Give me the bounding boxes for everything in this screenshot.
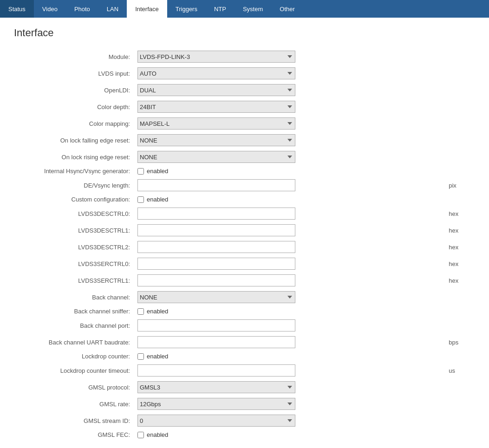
custom-config-checkbox[interactable] (137, 196, 144, 203)
back-channel-uart-input[interactable]: 115200 (137, 336, 295, 348)
back-channel-sniffer-checkbox-label[interactable]: enabled (137, 308, 443, 315)
back-channel-uart-row: Back channel UART baudrate: 115200 bps (14, 334, 475, 351)
module-control: LVDS-FPD-LINK-3 (135, 48, 446, 65)
openldi-row: OpenLDI: DUAL (14, 82, 475, 98)
back-channel-port-label: Back channel port: (14, 317, 135, 334)
hsync-generator-enabled-text: enabled (147, 168, 168, 175)
gmsl-protocol-label: GMSL protocol: (14, 379, 135, 396)
gmsl-stream-id-select[interactable]: 0 (137, 415, 295, 427)
module-label: Module: (14, 48, 135, 65)
nav-triggers[interactable]: Triggers (167, 0, 206, 18)
back-channel-label: Back channel: (14, 289, 135, 305)
lvds-input-label: LVDS input: (14, 65, 135, 82)
gmsl-fec-label: GMSL FEC: (14, 429, 135, 441)
lock-falling-label: On lock falling edge reset: (14, 132, 135, 149)
lvds3serctrl1-input[interactable]: 0x00000000 (137, 274, 295, 286)
color-mapping-row: Color mapping: MAPSEL-L (14, 115, 475, 132)
gmsl-rate-select[interactable]: 12Gbps (137, 398, 295, 410)
color-depth-row: Color depth: 24BIT (14, 98, 475, 115)
lock-rising-row: On lock rising edge reset: NONE (14, 149, 475, 165)
lvds3serctrl0-unit: hex (446, 255, 475, 272)
custom-config-row: Custom configuration: enabled (14, 194, 475, 205)
lock-falling-select[interactable]: NONE (137, 134, 295, 146)
back-channel-port-input[interactable]: 51000 (137, 319, 295, 331)
lvds3desctrl1-input[interactable]: 0x00000000 (137, 224, 295, 236)
nav-lan[interactable]: LAN (98, 0, 127, 18)
lockdrop-timeout-label: Lockdrop counter timeout: (14, 362, 135, 379)
gmsl-protocol-select[interactable]: GMSL3 (137, 381, 295, 393)
custom-config-label: Custom configuration: (14, 194, 135, 205)
lvds3serctrl1-row: LVDS3SERCTRL1: 0x00000000 hex (14, 272, 475, 289)
nav-status[interactable]: Status (0, 0, 34, 18)
lvds3desctrl0-unit: hex (446, 205, 475, 222)
lvds-input-row: LVDS input: AUTO (14, 65, 475, 82)
lock-falling-row: On lock falling edge reset: NONE (14, 132, 475, 149)
de-vsync-label: DE/Vsync length: (14, 177, 135, 194)
back-channel-uart-unit: bps (446, 334, 475, 351)
hsync-generator-checkbox[interactable] (137, 168, 144, 175)
lock-rising-label: On lock rising edge reset: (14, 149, 135, 165)
back-channel-sniffer-checkbox[interactable] (137, 308, 144, 315)
lockdrop-counter-row: Lockdrop counter: enabled (14, 351, 475, 362)
gmsl-rate-row: GMSL rate: 12Gbps (14, 396, 475, 412)
de-vsync-unit: pix (446, 177, 475, 194)
gmsl-stream-id-row: GMSL stream ID: 0 (14, 412, 475, 429)
gmsl-fec-enabled-text: enabled (147, 431, 168, 438)
back-channel-port-row: Back channel port: 51000 (14, 317, 475, 334)
gmsl-rate-label: GMSL rate: (14, 396, 135, 412)
custom-config-enabled-text: enabled (147, 196, 168, 203)
lvds3serctrl1-unit: hex (446, 272, 475, 289)
openldi-label: OpenLDI: (14, 82, 135, 98)
back-channel-uart-label: Back channel UART baudrate: (14, 334, 135, 351)
gmsl-fec-checkbox[interactable] (137, 432, 144, 438)
lockdrop-counter-enabled-text: enabled (147, 353, 168, 360)
back-channel-sniffer-row: Back channel sniffer: enabled (14, 305, 475, 317)
lockdrop-timeout-unit: us (446, 362, 475, 379)
form-table: Module: LVDS-FPD-LINK-3 LVDS input: AUTO… (14, 48, 475, 441)
gmsl-fec-row: GMSL FEC: enabled (14, 429, 475, 441)
lockdrop-counter-checkbox[interactable] (137, 353, 144, 360)
lvds3desctrl2-row: LVDS3DESCTRL2: 0x00000000 hex (14, 239, 475, 255)
lockdrop-timeout-row: Lockdrop counter timeout: 1 us (14, 362, 475, 379)
hsync-generator-label: Internal Hsync/Vsync generator: (14, 165, 135, 177)
lockdrop-timeout-input[interactable]: 1 (137, 364, 295, 377)
openldi-select[interactable]: DUAL (137, 84, 295, 96)
lvds3serctrl0-input[interactable]: 0x00000000 (137, 258, 295, 270)
lvds3serctrl0-row: LVDS3SERCTRL0: 0x00000000 hex (14, 255, 475, 272)
lockdrop-counter-checkbox-label[interactable]: enabled (137, 353, 443, 360)
back-channel-sniffer-enabled-text: enabled (147, 308, 168, 315)
de-vsync-row: DE/Vsync length: 1000 pix (14, 177, 475, 194)
de-vsync-input[interactable]: 1000 (137, 179, 295, 191)
lvds3desctrl2-input[interactable]: 0x00000000 (137, 241, 295, 253)
page-content: Interface Module: LVDS-FPD-LINK-3 LVDS i… (0, 18, 489, 448)
nav-video[interactable]: Video (34, 0, 66, 18)
color-mapping-label: Color mapping: (14, 115, 135, 132)
gmsl-protocol-row: GMSL protocol: GMSL3 (14, 379, 475, 396)
nav-system[interactable]: System (235, 0, 271, 18)
back-channel-select[interactable]: NONE (137, 291, 295, 303)
lvds3desctrl0-row: LVDS3DESCTRL0: 0x00000000 hex (14, 205, 475, 222)
gmsl-stream-id-label: GMSL stream ID: (14, 412, 135, 429)
color-depth-label: Color depth: (14, 98, 135, 115)
lvds3serctrl0-label: LVDS3SERCTRL0: (14, 255, 135, 272)
lvds3desctrl0-label: LVDS3DESCTRL0: (14, 205, 135, 222)
hsync-generator-checkbox-label[interactable]: enabled (137, 168, 443, 175)
back-channel-sniffer-label: Back channel sniffer: (14, 305, 135, 317)
lvds3desctrl2-label: LVDS3DESCTRL2: (14, 239, 135, 255)
lvds-input-select[interactable]: AUTO (137, 67, 295, 79)
nav-ntp[interactable]: NTP (206, 0, 235, 18)
lvds3desctrl1-unit: hex (446, 222, 475, 239)
nav-interface[interactable]: Interface (127, 0, 167, 18)
color-mapping-select[interactable]: MAPSEL-L (137, 117, 295, 130)
lock-rising-select[interactable]: NONE (137, 151, 295, 163)
nav-other[interactable]: Other (271, 0, 303, 18)
hsync-generator-row: Internal Hsync/Vsync generator: enabled (14, 165, 475, 177)
nav-photo[interactable]: Photo (66, 0, 98, 18)
color-depth-select[interactable]: 24BIT (137, 101, 295, 113)
lvds3desctrl2-unit: hex (446, 239, 475, 255)
gmsl-fec-checkbox-label[interactable]: enabled (137, 431, 443, 438)
lvds3desctrl0-input[interactable]: 0x00000000 (137, 208, 295, 220)
custom-config-checkbox-label[interactable]: enabled (137, 196, 443, 203)
lvds3desctrl1-label: LVDS3DESCTRL1: (14, 222, 135, 239)
module-select[interactable]: LVDS-FPD-LINK-3 (137, 51, 295, 63)
